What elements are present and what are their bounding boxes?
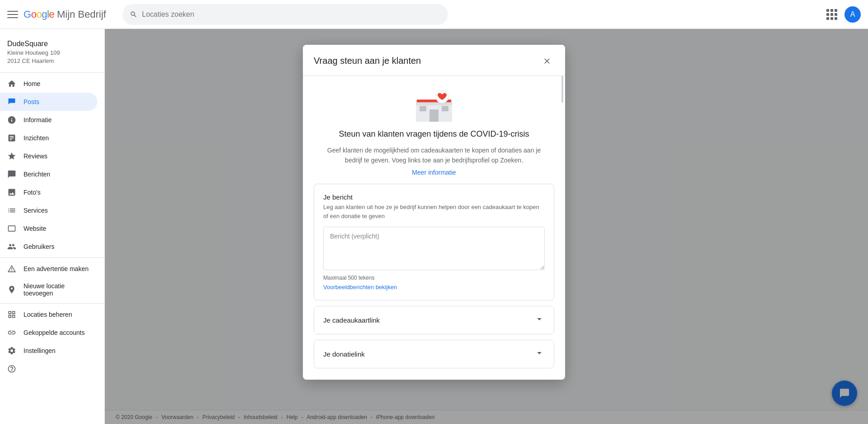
google-wordmark: Google bbox=[24, 9, 54, 20]
svg-rect-4 bbox=[442, 106, 448, 111]
sidebar-item-inzichten[interactable]: Inzichten bbox=[0, 129, 97, 147]
support-icon bbox=[7, 364, 16, 373]
chart-icon bbox=[7, 133, 16, 143]
star-icon bbox=[7, 152, 16, 161]
donation-section-title: Je donatielink bbox=[323, 350, 365, 358]
sidebar-label-berichten: Berichten bbox=[24, 171, 50, 178]
sidebar-label-home: Home bbox=[24, 80, 40, 87]
sidebar-label-instellingen: Instellingen bbox=[24, 347, 56, 354]
home-icon bbox=[7, 79, 16, 88]
sidebar-item-services[interactable]: Services bbox=[0, 201, 97, 219]
dialog-donation-section: Je donatielink bbox=[314, 340, 554, 368]
donation-chevron-icon bbox=[534, 348, 545, 361]
dialog-close-button[interactable] bbox=[540, 54, 554, 68]
sidebar-item-locaties-beheren[interactable]: Locaties beheren bbox=[0, 305, 97, 324]
sidebar-item-posts[interactable]: Posts bbox=[0, 93, 97, 111]
topbar: Google Mijn Bedrijf A bbox=[0, 0, 868, 29]
dialog-header: Vraag steun aan je klanten bbox=[303, 45, 565, 76]
giftcard-section-header[interactable]: Je cadeaukaartlink bbox=[314, 306, 554, 334]
voorbeeldberichten-link[interactable]: Voorbeeldberichten bekijken bbox=[323, 284, 397, 291]
topbar-right: A bbox=[826, 6, 861, 23]
close-icon bbox=[542, 57, 552, 66]
grid-manage-icon bbox=[7, 310, 16, 319]
message-textarea[interactable] bbox=[323, 227, 545, 270]
donation-section-header[interactable]: Je donatielink bbox=[314, 340, 554, 368]
dialog-meer-informatie-link[interactable]: Meer informatie bbox=[412, 169, 456, 176]
sidebar-item-support[interactable] bbox=[0, 360, 97, 378]
sidebar-label-informatie: Informatie bbox=[24, 116, 52, 124]
sidebar-item-home[interactable]: Home bbox=[0, 75, 97, 93]
ad-icon bbox=[7, 264, 16, 273]
location-add-icon bbox=[7, 285, 16, 294]
link-icon bbox=[7, 328, 16, 337]
svg-rect-2 bbox=[429, 110, 439, 122]
sidebar-label-reviews: Reviews bbox=[24, 152, 47, 160]
dialog-title: Vraag steun aan je klanten bbox=[314, 56, 421, 66]
sidebar-label-posts: Posts bbox=[24, 98, 39, 105]
sidebar-label-fotos: Foto's bbox=[24, 189, 41, 196]
sidebar-item-gebruikers[interactable]: Gebruikers bbox=[0, 238, 97, 256]
sidebar-item-advertentie[interactable]: Een advertentie maken bbox=[0, 260, 97, 278]
dialog-message-section: Je bericht Leg aan klanten uit hoe ze je… bbox=[314, 184, 554, 300]
sidebar-divider-bot bbox=[0, 303, 104, 304]
sidebar-item-berichten[interactable]: Berichten bbox=[0, 165, 97, 183]
sidebar-item-fotos[interactable]: Foto's bbox=[0, 183, 97, 201]
avatar[interactable]: A bbox=[844, 6, 861, 23]
dialog-hero-title: Steun van klanten vragen tijdens de COVI… bbox=[321, 129, 547, 140]
sidebar-item-reviews[interactable]: Reviews bbox=[0, 147, 97, 165]
sidebar-item-instellingen[interactable]: Instellingen bbox=[0, 342, 97, 360]
topbar-logo: Google Mijn Bedrijf bbox=[24, 9, 106, 20]
business-name: DudeSquare bbox=[7, 40, 97, 48]
website-icon bbox=[7, 224, 16, 233]
message-section-desc: Leg aan klanten uit hoe ze je bedrijf ku… bbox=[323, 203, 545, 220]
posts-icon bbox=[7, 97, 16, 106]
sidebar-divider-mid bbox=[0, 257, 104, 258]
apps-grid-icon[interactable] bbox=[826, 9, 837, 20]
search-bar[interactable] bbox=[123, 4, 448, 25]
sidebar-label-gebruikers: Gebruikers bbox=[24, 243, 54, 250]
sidebar-business: DudeSquare Kleine Houtweg 109 2012 CE Ha… bbox=[0, 33, 104, 71]
message-char-limit: Maximaal 500 tekens bbox=[323, 275, 545, 281]
message-section-title: Je bericht bbox=[323, 193, 545, 201]
dialog-body: Steun van klanten vragen tijdens de COVI… bbox=[303, 76, 565, 380]
message-icon bbox=[7, 170, 16, 179]
menu-icon[interactable] bbox=[7, 9, 18, 20]
business-address: Kleine Houtweg 109 2012 CE Haarlem bbox=[7, 49, 97, 65]
sidebar-label-services: Services bbox=[24, 207, 48, 214]
dialog-hero: Steun van klanten vragen tijdens de COVI… bbox=[314, 76, 554, 184]
svg-rect-3 bbox=[420, 106, 426, 111]
search-input[interactable] bbox=[142, 10, 441, 19]
sidebar-item-informatie[interactable]: Informatie bbox=[0, 111, 97, 129]
list-icon bbox=[7, 206, 16, 215]
bedrijf-label: Bedrijf bbox=[78, 9, 106, 20]
sidebar-divider-top bbox=[0, 72, 104, 73]
hero-illustration bbox=[321, 87, 547, 125]
settings-icon bbox=[7, 346, 16, 355]
mijn-label: Mijn bbox=[57, 9, 75, 20]
sidebar-item-website[interactable]: Website bbox=[0, 219, 97, 238]
giftcard-chevron-icon bbox=[534, 314, 545, 327]
sidebar-item-locatie-toevoegen[interactable]: Nieuwe locatie toevoegen bbox=[0, 278, 97, 301]
dialog-giftcard-section: Je cadeaukaartlink bbox=[314, 306, 554, 334]
giftcard-section-title: Je cadeaukaartlink bbox=[323, 316, 380, 324]
sidebar-label-inzichten: Inzichten bbox=[24, 134, 49, 142]
search-icon bbox=[130, 10, 137, 19]
sidebar-item-gekoppelde-accounts[interactable]: Gekoppelde accounts bbox=[0, 324, 97, 342]
info-icon bbox=[7, 115, 16, 124]
dialog-vraag-steun: Vraag steun aan je klanten bbox=[303, 45, 565, 380]
sidebar-label-gekoppelde-accounts: Gekoppelde accounts bbox=[24, 329, 85, 336]
photo-icon bbox=[7, 188, 16, 197]
covid-support-illustration bbox=[407, 87, 461, 123]
users-icon bbox=[7, 242, 16, 251]
sidebar-label-website: Website bbox=[24, 225, 46, 232]
dialog-hero-desc: Geef klanten de mogelijkheid om cadeauka… bbox=[321, 145, 547, 166]
sidebar-label-locaties-beheren: Locaties beheren bbox=[24, 311, 72, 318]
sidebar-label-locatie: Nieuwe locatie toevoegen bbox=[24, 282, 90, 297]
sidebar: DudeSquare Kleine Houtweg 109 2012 CE Ha… bbox=[0, 29, 105, 424]
sidebar-label-advertentie: Een advertentie maken bbox=[24, 265, 89, 272]
